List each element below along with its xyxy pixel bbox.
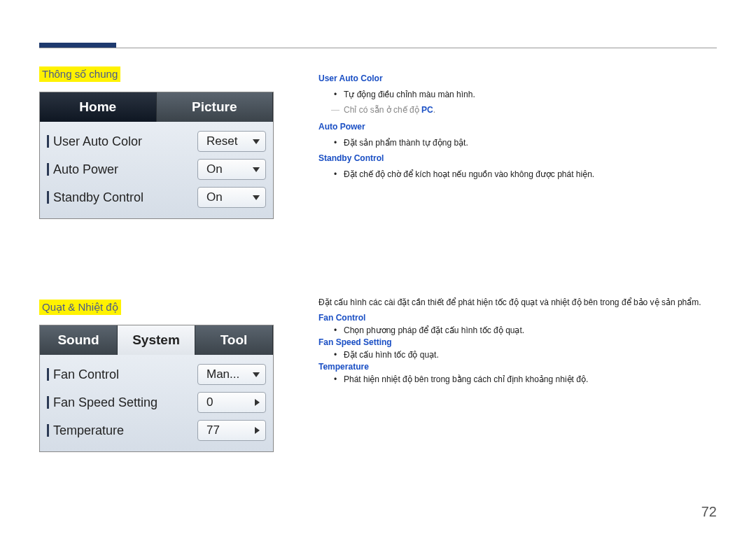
bullet-text: Chọn phương pháp để đặt cấu hình tốc độ …	[334, 325, 718, 335]
item-heading: User Auto Color	[318, 72, 718, 85]
bullet-text: Đặt cấu hình tốc độ quạt.	[334, 350, 718, 360]
intro-text: Đặt cấu hình các cài đặt cần thiết để ph…	[318, 297, 718, 307]
tab-system[interactable]: System	[118, 325, 195, 355]
tab-picture[interactable]: Picture	[157, 92, 274, 122]
menu-row: Auto Power On	[47, 155, 266, 183]
row-label: Standby Control	[53, 190, 144, 205]
row-label: Fan Speed Setting	[53, 395, 158, 410]
tab-sound[interactable]: Sound	[40, 325, 118, 355]
tab-home[interactable]: Home	[40, 92, 157, 122]
menu-row: Standby Control On	[47, 183, 266, 211]
item-heading: Temperature	[318, 362, 718, 372]
chevron-right-icon	[255, 427, 260, 434]
row-label: Temperature	[53, 423, 124, 438]
item-heading: Fan Control	[318, 313, 718, 323]
row-value-dropdown[interactable]: On	[197, 159, 266, 180]
header-divider	[39, 48, 717, 48]
row-label: Fan Control	[53, 367, 119, 382]
description-section2: Đặt cấu hình các cài đặt cần thiết để ph…	[318, 297, 718, 386]
chevron-down-icon	[253, 139, 260, 144]
row-label: Auto Power	[53, 162, 118, 177]
tab-tool[interactable]: Tool	[195, 325, 273, 355]
chevron-down-icon	[253, 372, 260, 377]
menu-screenshot-1: Home Picture User Auto Color Reset Auto …	[39, 92, 274, 219]
row-value-dropdown[interactable]: Man...	[197, 364, 266, 385]
menu-screenshot-2: Sound System Tool Fan Control Man... Fan…	[39, 325, 274, 452]
row-value-stepper[interactable]: 0	[197, 392, 266, 413]
bullet-text: Phát hiện nhiệt độ bên trong bằng cách c…	[334, 374, 718, 384]
menu-row: User Auto Color Reset	[47, 127, 266, 155]
page-number: 72	[701, 504, 717, 520]
row-value-dropdown[interactable]: Reset	[197, 131, 266, 152]
bullet-text: Đặt chế độ chờ để kích hoạt nếu nguồn và…	[334, 168, 718, 181]
chevron-right-icon	[255, 399, 260, 406]
chevron-down-icon	[253, 195, 260, 200]
row-value-stepper[interactable]: 77	[197, 420, 266, 441]
bullet-text: Tự động điều chỉnh màu màn hình.	[334, 88, 718, 101]
chevron-down-icon	[253, 167, 260, 172]
menu-row: Temperature 77	[47, 416, 266, 444]
menu-row: Fan Speed Setting 0	[47, 388, 266, 416]
item-heading: Standby Control	[318, 152, 718, 165]
note-text: ―Chỉ có sẵn ở chế độ PC.	[334, 104, 718, 117]
row-value-dropdown[interactable]: On	[197, 187, 266, 208]
header-accent	[39, 43, 116, 48]
bullet-text: Đặt sản phẩm thành tự động bật.	[334, 136, 718, 150]
section2-title: Quạt & Nhiệt độ	[39, 300, 121, 315]
item-heading: Auto Power	[318, 120, 718, 134]
section1-title: Thông số chung	[39, 66, 120, 82]
row-label: User Auto Color	[53, 134, 142, 149]
description-section1: User Auto Color Tự động điều chỉnh màu m…	[318, 71, 718, 183]
item-heading: Fan Speed Setting	[318, 337, 718, 347]
menu-row: Fan Control Man...	[47, 360, 266, 388]
